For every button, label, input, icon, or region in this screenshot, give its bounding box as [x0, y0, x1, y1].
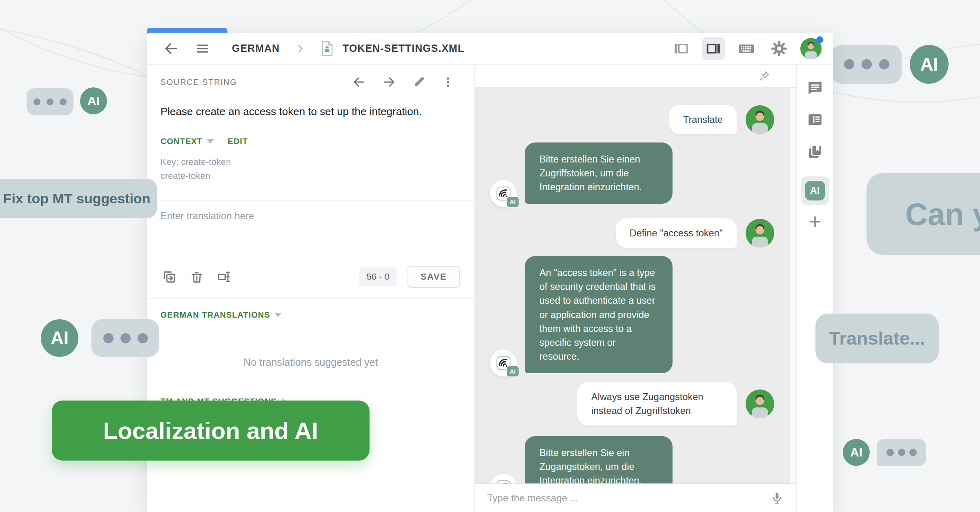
back-arrow-icon[interactable] — [163, 41, 179, 56]
pin-icon[interactable] — [758, 69, 771, 82]
chat-message-input[interactable] — [487, 492, 762, 504]
typing-dot — [862, 59, 872, 69]
typing-dot — [47, 98, 53, 105]
ai-circle-badge: AI — [80, 87, 107, 114]
source-string-actions — [352, 75, 454, 89]
edit-pencil-icon[interactable] — [412, 76, 425, 89]
translation-toolbar: 56 · 0 SAVE — [147, 259, 474, 298]
chat-message-user: Define "access token" — [490, 218, 774, 248]
android-file-icon — [318, 40, 335, 57]
context-key: Key: create-token — [147, 146, 474, 169]
context-value: create-token — [147, 169, 474, 183]
copy-source-icon[interactable] — [162, 269, 177, 285]
translation-input[interactable] — [160, 210, 461, 259]
previous-string-icon[interactable] — [352, 75, 366, 89]
typing-dots-bubble — [91, 319, 159, 357]
typing-dot — [898, 449, 905, 456]
chat-scrollbar[interactable] — [790, 88, 796, 483]
user-avatar-wrapper[interactable] — [800, 38, 822, 59]
chat-message-user: Translate — [490, 105, 774, 134]
typing-dot — [909, 449, 917, 456]
ai-message-bubble[interactable]: Bitte erstellen Sie einen Zugriffstoken,… — [525, 142, 673, 204]
source-string-text: Please create an access token to set up … — [147, 89, 474, 118]
typing-dot — [886, 449, 894, 456]
save-button[interactable]: SAVE — [408, 266, 460, 288]
select-text-icon[interactable] — [216, 269, 232, 285]
typing-dot — [103, 333, 114, 343]
breadcrumb-file-name[interactable]: TOKEN-SETTINGS.XML — [343, 42, 464, 54]
context-label: CONTEXT — [160, 137, 203, 146]
comments-icon[interactable] — [806, 78, 824, 97]
topbar-right — [670, 37, 822, 60]
user-avatar — [746, 390, 774, 418]
ai-badge: AI — [506, 196, 519, 208]
clear-translation-icon[interactable] — [189, 269, 204, 284]
chat-message-ai: AI Bitte erstellen Sie ein Zugangstoken,… — [490, 436, 774, 483]
typing-dot — [138, 333, 148, 343]
more-vertical-icon[interactable] — [442, 76, 454, 88]
glossary-book-icon[interactable] — [806, 142, 824, 161]
character-counter: 56 · 0 — [359, 267, 396, 286]
german-translations-label: GERMAN TRANSLATIONS — [160, 310, 270, 320]
german-translations-header[interactable]: GERMAN TRANSLATIONS — [147, 299, 474, 320]
stage: AI AI AI AI GERMAN — [0, 0, 980, 512]
online-status-dot — [816, 36, 823, 43]
typing-dot — [120, 333, 131, 343]
user-message-bubble[interactable]: Always use Zugangstoken instead of Zugri… — [577, 382, 737, 425]
ai-assistant-avatar: AI — [490, 180, 517, 207]
keyboard-icon[interactable] — [735, 37, 758, 60]
ai-badge: AI — [506, 365, 519, 377]
ai-circle-badge: AI — [843, 439, 870, 466]
typing-dots-bubble — [27, 88, 74, 115]
typing-dot — [33, 98, 40, 105]
divider — [147, 200, 474, 200]
user-message-bubble[interactable]: Translate — [669, 105, 737, 134]
breadcrumb-language[interactable]: GERMAN — [232, 42, 280, 54]
typing-dot — [60, 98, 67, 105]
ai-message-bubble[interactable]: An "access token" is a type of security … — [525, 256, 673, 373]
user-avatar — [746, 105, 774, 134]
chat-messages[interactable]: Translate AI Bitte erstellen Sie einen Z… — [475, 88, 796, 483]
ai-assistant-avatar: AI — [490, 474, 517, 483]
ai-panel-button[interactable]: AI — [801, 176, 829, 205]
chat-message-user: Always use Zugangstoken instead of Zugri… — [490, 382, 774, 425]
chevron-down-icon — [207, 139, 214, 144]
user-message-bubble[interactable]: Define "access token" — [616, 218, 737, 248]
next-string-icon[interactable] — [382, 75, 396, 89]
chat-header — [475, 65, 796, 88]
add-panel-icon[interactable] — [806, 212, 824, 231]
right-sidebar: AI — [796, 65, 833, 512]
typing-dots-bubble — [877, 439, 926, 466]
chat-input-bar — [475, 483, 796, 512]
context-edit-button[interactable]: EDIT — [228, 137, 248, 146]
typing-dots-bubble — [831, 45, 902, 84]
microphone-icon[interactable] — [770, 491, 784, 505]
topbar-left: GERMAN TOKEN-SETTINGS.XML — [163, 40, 464, 57]
fix-suggestion-bubble: Fix top MT suggestion — [0, 179, 157, 218]
settings-gear-icon[interactable] — [768, 37, 791, 60]
user-avatar — [746, 219, 774, 247]
ai-circle-badge: AI — [41, 319, 78, 357]
context-toggle[interactable]: CONTEXT — [160, 137, 214, 146]
context-row: CONTEXT EDIT — [147, 118, 474, 146]
ai-circle-badge: AI — [910, 45, 949, 84]
translations-empty-state: No translations suggested yet — [147, 320, 474, 397]
can-you-bubble: Can y — [866, 173, 980, 255]
translate-bubble: Translate... — [815, 314, 939, 363]
menu-icon[interactable] — [195, 41, 210, 56]
right-panel-layout-icon[interactable] — [702, 37, 725, 60]
context-card-icon[interactable] — [806, 110, 824, 129]
ai-panel-label: AI — [805, 181, 825, 200]
ai-chat-panel: Translate AI Bitte erstellen Sie einen Z… — [475, 65, 796, 512]
left-panel-layout-icon[interactable] — [670, 37, 693, 60]
chat-message-ai: AI Bitte erstellen Sie einen Zugriffstok… — [490, 142, 774, 204]
chevron-right-icon — [294, 43, 306, 54]
typing-dot — [879, 59, 889, 69]
chevron-down-icon — [274, 313, 282, 317]
ai-assistant-avatar: AI — [490, 349, 517, 376]
ai-message-bubble[interactable]: Bitte erstellen Sie ein Zugangstoken, um… — [525, 436, 673, 483]
chat-message-ai: AI An "access token" is a type of securi… — [490, 256, 774, 373]
source-string-header: SOURCE STRING — [147, 65, 474, 89]
topbar: GERMAN TOKEN-SETTINGS.XML — [147, 33, 833, 65]
localization-ai-banner: Localization and AI — [52, 401, 370, 461]
